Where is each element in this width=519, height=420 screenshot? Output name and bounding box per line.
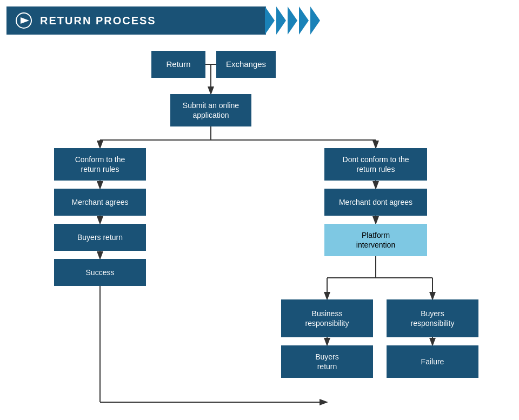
buyers-resp-box: Buyers responsibility xyxy=(387,299,478,337)
header-chevrons xyxy=(265,6,320,35)
chevron-2 xyxy=(276,6,286,35)
dont-conform-box: Dont conform to the return rules xyxy=(324,148,427,181)
exchanges-box: Exchanges xyxy=(216,51,276,78)
flowchart: Return Exchanges Submit an online applic… xyxy=(5,51,514,420)
buyers-return-right-box: Buyers return xyxy=(281,345,373,378)
header-bar: RETURN PROCESS xyxy=(6,6,266,35)
submit-box: Submit an online application xyxy=(170,94,251,126)
success-box: Success xyxy=(54,259,146,286)
chevron-3 xyxy=(288,6,297,35)
merchant-dont-box: Merchant dont agrees xyxy=(324,189,427,216)
merchant-agrees-box: Merchant agrees xyxy=(54,189,146,216)
chevron-1 xyxy=(265,6,275,35)
platform-box: Platform intervention xyxy=(324,224,427,256)
svg-marker-1 xyxy=(21,17,29,24)
chevron-5 xyxy=(310,6,320,35)
return-icon xyxy=(15,12,32,29)
header-title: RETURN PROCESS xyxy=(40,15,156,27)
buyers-return-left-box: Buyers return xyxy=(54,224,146,251)
failure-box: Failure xyxy=(387,345,478,378)
conform-box: Conform to the return rules xyxy=(54,148,146,181)
return-box: Return xyxy=(151,51,205,78)
chevron-4 xyxy=(299,6,309,35)
business-resp-box: Business responsibility xyxy=(281,299,373,337)
